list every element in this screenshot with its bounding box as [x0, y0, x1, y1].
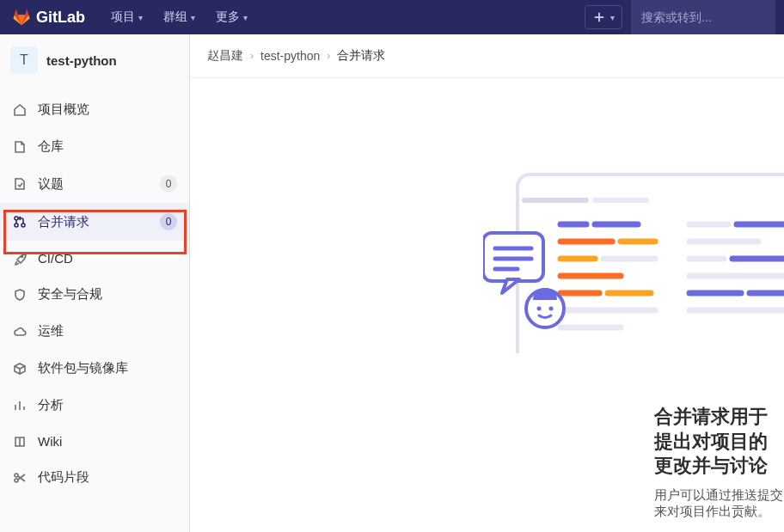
brand-text: GitLab	[36, 9, 85, 27]
chevron-down-icon: ▾	[138, 13, 143, 22]
sidebar-item-analytics[interactable]: 分析	[0, 387, 189, 424]
layout: T test-python 项目概览 仓库 议题 0	[0, 34, 784, 532]
shield-icon	[12, 288, 28, 302]
chevron-right-icon: ›	[327, 50, 330, 62]
main-content: 赵昌建 › test-python › 合并请求	[190, 34, 784, 532]
gitlab-logo[interactable]: GitLab	[12, 8, 85, 27]
sidebar-item-overview[interactable]: 项目概览	[0, 91, 189, 128]
scissors-icon	[12, 471, 28, 485]
nav-groups-label: 群组	[163, 9, 187, 25]
sidebar-item-packages[interactable]: 软件包与镜像库	[0, 350, 189, 387]
new-dropdown-button[interactable]: ▾	[585, 5, 622, 29]
breadcrumb-current: 合并请求	[337, 48, 385, 64]
top-navbar: GitLab 项目 ▾ 群组 ▾ 更多 ▾ ▾	[0, 0, 784, 34]
nav-more[interactable]: 更多 ▾	[207, 4, 256, 30]
sidebar-item-label: 运维	[38, 323, 177, 339]
chevron-right-icon: ›	[250, 50, 254, 62]
search-input[interactable]	[641, 10, 765, 24]
gitlab-logo-icon	[12, 8, 31, 27]
issues-icon	[12, 177, 28, 191]
project-avatar: T	[10, 46, 38, 74]
svg-point-4	[15, 474, 18, 477]
sidebar-item-label: CI/CD	[38, 251, 177, 266]
sidebar-item-merge-requests[interactable]: 合并请求 0	[0, 203, 189, 241]
sidebar-item-label: 合并请求	[38, 214, 150, 230]
empty-state-desc: 用户可以通过推送提交来对项目作出贡献。	[654, 487, 784, 520]
issues-count-badge: 0	[160, 175, 177, 193]
sidebar-item-ops[interactable]: 运维	[0, 313, 189, 350]
sidebar-item-snippets[interactable]: 代码片段	[0, 459, 189, 496]
package-icon	[12, 362, 28, 376]
book-icon	[12, 435, 28, 449]
rocket-icon	[12, 252, 28, 266]
chevron-down-icon: ▾	[610, 13, 615, 22]
sidebar-item-label: 仓库	[38, 138, 177, 155]
sidebar: T test-python 项目概览 仓库 议题 0	[0, 34, 190, 532]
sidebar-item-label: 分析	[38, 397, 177, 413]
sidebar-item-repo[interactable]: 仓库	[0, 128, 189, 165]
svg-point-36	[549, 307, 554, 311]
sidebar-item-label: 软件包与镜像库	[38, 360, 177, 376]
search-box[interactable]	[631, 0, 775, 34]
empty-state-text: 合并请求用于提出对项目的更改并与讨论 用户可以通过推送提交来对项目作出贡献。	[654, 405, 784, 532]
sidebar-item-issues[interactable]: 议题 0	[0, 165, 189, 203]
sidebar-item-cicd[interactable]: CI/CD	[0, 241, 189, 276]
svg-point-0	[15, 217, 18, 220]
sidebar-item-label: 代码片段	[38, 469, 177, 486]
svg-point-1	[15, 223, 18, 227]
sidebar-item-label: 项目概览	[38, 101, 177, 118]
nav-more-label: 更多	[216, 9, 240, 25]
sidebar-item-wiki[interactable]: Wiki	[0, 424, 189, 459]
svg-point-2	[21, 223, 25, 227]
nav-projects-label: 项目	[111, 9, 135, 25]
mr-count-badge: 0	[160, 213, 177, 230]
cloud-icon	[12, 325, 28, 339]
empty-state-illustration	[483, 164, 784, 353]
project-header[interactable]: T test-python	[0, 34, 189, 89]
project-name: test-python	[46, 53, 117, 68]
sidebar-item-security[interactable]: 安全与合规	[0, 276, 189, 313]
nav-groups[interactable]: 群组 ▾	[155, 4, 204, 30]
svg-point-5	[15, 479, 18, 482]
sidebar-item-label: 议题	[38, 176, 150, 193]
home-icon	[12, 103, 28, 117]
sidebar-item-label: Wiki	[38, 434, 177, 449]
breadcrumb-user[interactable]: 赵昌建	[207, 48, 243, 64]
breadcrumb-project[interactable]: test-python	[260, 49, 320, 63]
chart-icon	[12, 399, 28, 413]
nav-projects[interactable]: 项目 ▾	[102, 4, 151, 30]
navbar-left: GitLab 项目 ▾ 群组 ▾ 更多 ▾	[12, 4, 256, 30]
empty-state: 合并请求用于提出对项目的更改并与讨论 用户可以通过推送提交来对项目作出贡献。 新…	[190, 78, 784, 529]
chevron-down-icon: ▾	[243, 13, 248, 22]
svg-point-3	[21, 255, 23, 257]
merge-request-icon	[12, 215, 28, 229]
svg-point-35	[537, 307, 542, 311]
sidebar-list: 项目概览 仓库 议题 0 合并请求 0	[0, 89, 189, 496]
file-icon	[12, 140, 28, 154]
sidebar-item-label: 安全与合规	[38, 286, 177, 303]
plus-icon	[593, 11, 605, 23]
empty-state-title: 合并请求用于提出对项目的更改并与讨论	[654, 405, 784, 479]
chevron-down-icon: ▾	[191, 13, 195, 22]
navbar-right: ▾	[585, 0, 775, 34]
breadcrumb: 赵昌建 › test-python › 合并请求	[190, 34, 784, 78]
